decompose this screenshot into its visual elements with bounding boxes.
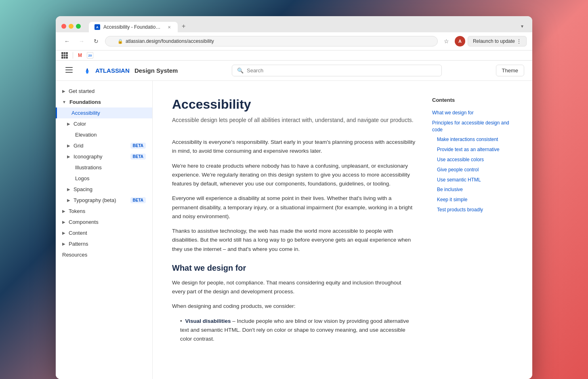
search-input[interactable]	[247, 67, 437, 74]
sidebar-item-tokens[interactable]: Tokens	[56, 206, 152, 217]
sidebar: Get started Foundations Accessibility Co…	[56, 81, 153, 379]
sidebar-item-content[interactable]: Content	[56, 227, 152, 238]
relaunch-chevron: ⋮	[517, 38, 521, 44]
toc-item-5[interactable]: Give people control	[432, 165, 513, 175]
app-content: ATLASSIAN Design System 🔍 Theme G	[56, 61, 532, 379]
search-input-wrapper[interactable]: 🔍	[232, 65, 442, 76]
content-section-what-we-design: What we design for We design for people,…	[172, 263, 416, 344]
main-content: Accessibility Accessible design lets peo…	[153, 81, 532, 379]
back-button[interactable]: ←	[61, 36, 73, 47]
sidebar-item-components[interactable]: Components	[56, 217, 152, 227]
logo-text: ATLASSIAN Design System	[95, 67, 178, 74]
toc-title: Contents	[432, 97, 513, 103]
new-tab-button[interactable]: +	[178, 20, 189, 32]
nav-bar: ← → ↻ 🔒 atlassian.design/foundations/acc…	[56, 32, 532, 51]
nav-actions: ☆ A Relaunch to update ⋮	[441, 36, 527, 47]
beta-badge: BETA	[130, 143, 146, 149]
close-button[interactable]	[61, 24, 66, 29]
svg-rect-0	[65, 67, 73, 68]
sidebar-item-elevation[interactable]: Elevation	[56, 129, 152, 140]
sidebar-item-illustrations[interactable]: Illustrations	[56, 162, 152, 173]
toc-item-8[interactable]: Keep it simple	[432, 195, 513, 205]
toc-item-6[interactable]: Use semantic HTML	[432, 175, 513, 185]
sidebar-item-typography[interactable]: Typography (beta) BETA	[56, 195, 152, 206]
theme-button[interactable]: Theme	[496, 65, 524, 76]
traffic-lights	[61, 24, 81, 29]
sidebar-item-iconography[interactable]: Iconography BETA	[56, 151, 152, 162]
maximize-button[interactable]	[76, 24, 81, 29]
logo-ds: Design System	[134, 67, 178, 74]
toc-item-3[interactable]: Provide text as an alternative	[432, 145, 513, 155]
bookmark-button[interactable]: ☆	[441, 36, 452, 47]
toc-item-2[interactable]: Make interactions consistent	[432, 135, 513, 145]
toc-item-1[interactable]: Principles for accessible design and cod…	[432, 118, 513, 135]
when-designing: When designing and coding products, we c…	[172, 302, 416, 311]
gmail-icon: M	[78, 53, 82, 58]
relaunch-button[interactable]: Relaunch to update ⋮	[468, 36, 527, 46]
sidebar-item-color[interactable]: Color	[56, 118, 152, 129]
chevron-right-icon	[67, 187, 70, 192]
chevron-right-icon	[62, 242, 65, 246]
sidebar-item-get-started[interactable]: Get started	[56, 86, 152, 97]
beta-badge: BETA	[130, 197, 146, 203]
page-subtitle: Accessible design lets people of all abi…	[172, 117, 416, 123]
logo-atlassian: ATLASSIAN	[95, 67, 130, 74]
active-tab[interactable]: A Accessibility - Foundations - ✕	[89, 22, 178, 32]
section-heading: What we design for	[172, 263, 416, 273]
app-header: ATLASSIAN Design System 🔍 Theme	[56, 61, 532, 81]
content-section-intro: Accessibility is everyone's responsibili…	[172, 138, 416, 254]
calendar-bookmark[interactable]: 20	[87, 52, 93, 59]
page-title: Accessibility	[172, 97, 416, 112]
sidebar-toggle-button[interactable]	[64, 65, 74, 76]
address-text: atlassian.design/foundations/accessibili…	[126, 38, 214, 44]
sidebar-item-accessibility[interactable]: Accessibility	[56, 107, 152, 118]
tabs-expand-button[interactable]: ▾	[518, 21, 527, 32]
sidebar-item-logos[interactable]: Logos	[56, 173, 152, 184]
browser-window: A Accessibility - Foundations - ✕ + ▾ ← …	[56, 16, 532, 379]
paragraph-1: Accessibility is everyone's responsibili…	[172, 138, 416, 156]
main-layout: Get started Foundations Accessibility Co…	[56, 81, 532, 379]
forward-button[interactable]: →	[76, 36, 87, 47]
tab-title: Accessibility - Foundations -	[103, 24, 163, 30]
search-bar: 🔍	[232, 65, 442, 76]
tabs-bar: A Accessibility - Foundations - ✕ +	[89, 20, 514, 32]
bookmark-separator	[73, 52, 73, 59]
toc-item-7[interactable]: Be inclusive	[432, 185, 513, 195]
table-of-contents: Contents What we design for Principles f…	[432, 97, 513, 363]
sidebar-item-resources[interactable]: Resources	[56, 249, 152, 260]
toc-item-0[interactable]: What we design for	[432, 108, 513, 118]
svg-rect-1	[65, 69, 73, 70]
toc-item-4[interactable]: Use accessible colors	[432, 155, 513, 165]
toc-item-9[interactable]: Test products broadly	[432, 205, 513, 215]
minimize-button[interactable]	[69, 24, 74, 29]
tab-favicon: A	[94, 24, 100, 30]
gmail-bookmark[interactable]: M	[78, 53, 82, 58]
apps-grid-icon[interactable]	[61, 52, 68, 59]
chevron-right-icon	[62, 89, 65, 93]
chevron-right-icon	[67, 143, 70, 148]
beta-badge: BETA	[130, 154, 146, 160]
atlassian-logo-icon	[82, 66, 92, 76]
chevron-right-icon	[67, 154, 70, 159]
bullet-term: Visual disabilities	[185, 318, 231, 324]
chevron-right-icon	[62, 209, 65, 213]
paragraph-2: We're here to create products where nobo…	[172, 162, 416, 189]
address-bar[interactable]: 🔒 atlassian.design/foundations/accessibi…	[105, 36, 438, 46]
chevron-right-icon	[67, 122, 70, 126]
svg-rect-2	[65, 72, 73, 73]
reload-button[interactable]: ↻	[90, 36, 102, 47]
relaunch-label: Relaunch to update	[473, 38, 515, 44]
sidebar-item-foundations[interactable]: Foundations	[56, 97, 152, 107]
sidebar-item-spacing[interactable]: Spacing	[56, 184, 152, 195]
tab-close-button[interactable]: ✕	[166, 24, 172, 30]
chevron-right-icon	[62, 231, 65, 235]
title-bar: A Accessibility - Foundations - ✕ + ▾	[56, 16, 532, 32]
search-icon: 🔍	[237, 67, 244, 74]
content-body: Accessibility Accessible design lets peo…	[172, 97, 416, 363]
sidebar-item-grid[interactable]: Grid BETA	[56, 140, 152, 151]
bookmarks-bar: M 20	[56, 51, 532, 61]
sidebar-item-patterns[interactable]: Patterns	[56, 238, 152, 249]
profile-avatar[interactable]: A	[455, 36, 465, 46]
chevron-right-icon	[67, 198, 70, 202]
paragraph-3: Everyone will experience a disability at…	[172, 194, 416, 221]
